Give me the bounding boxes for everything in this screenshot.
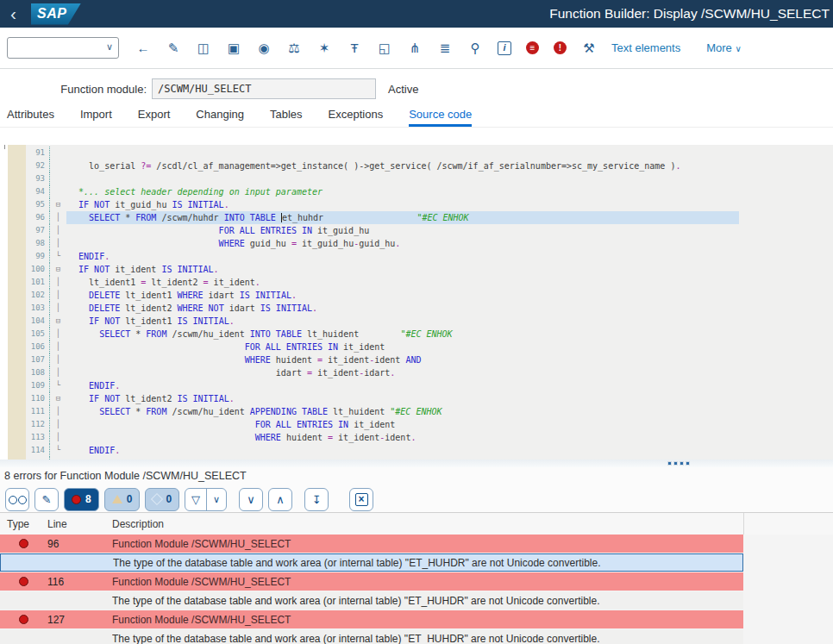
- fold-collapse-icon[interactable]: ⊟: [50, 315, 66, 328]
- chevron-down-icon[interactable]: ∨: [106, 41, 113, 53]
- text-elements-button[interactable]: Text elements: [611, 41, 680, 54]
- code-line-110[interactable]: 110⊟ IF NOT lt_ident2 IS INITIAL.: [0, 392, 833, 405]
- fold-guide: └: [50, 250, 66, 263]
- splitter-grip-icon[interactable]: [668, 462, 689, 465]
- stop-icon[interactable]: ≡: [526, 41, 539, 54]
- code-line-109[interactable]: 109└ ENDIF.: [0, 379, 833, 392]
- command-field[interactable]: ∨: [7, 37, 119, 59]
- code-line-98[interactable]: 98│ WHERE guid_hu = it_guid_hu-guid_hu.: [0, 237, 833, 250]
- code-line-103[interactable]: 103│ DELETE lt_ident2 WHERE NOT idart IS…: [0, 302, 833, 315]
- code-text: ENDIF.: [66, 379, 120, 392]
- errors-filter-button[interactable]: 8: [64, 488, 99, 511]
- error-row[interactable]: 96Function Module /SCWM/HU_SELECT: [0, 535, 743, 553]
- tab-exceptions[interactable]: Exceptions: [329, 108, 384, 127]
- chevron-up-icon: ∧: [276, 493, 285, 506]
- copy-icon[interactable]: ▣: [226, 41, 241, 56]
- horizontal-splitter[interactable]: [0, 460, 833, 467]
- error-table: Type Line Description 96Function Module …: [0, 512, 833, 644]
- tab-import[interactable]: Import: [80, 108, 112, 127]
- tab-tables[interactable]: Tables: [270, 108, 303, 127]
- line-number: 95: [0, 198, 50, 211]
- warning-triangle-icon: [112, 495, 122, 503]
- split-screen-icon[interactable]: ◱: [377, 41, 392, 56]
- edit-button[interactable]: ✎: [34, 488, 59, 511]
- line-number: 98: [0, 237, 50, 250]
- error-row[interactable]: 116Function Module /SCWM/HU_SELECT: [0, 572, 743, 591]
- error-count: 8: [85, 493, 91, 505]
- tab-export[interactable]: Export: [138, 108, 171, 127]
- object-list-icon[interactable]: ⋔: [407, 41, 423, 56]
- fold-guide: │: [50, 289, 66, 302]
- code-line-107[interactable]: 107│ WHERE huident = it_ident-ident AND: [0, 353, 833, 366]
- line-number: 112: [0, 418, 50, 431]
- code-line-101[interactable]: 101│ lt_ident1 = lt_ident2 = it_ident.: [0, 276, 833, 289]
- line-number: 93: [0, 172, 50, 185]
- line-number: 102: [0, 289, 50, 302]
- tab-changing[interactable]: Changing: [196, 108, 244, 127]
- code-line-94[interactable]: 94 *... select header depending on input…: [0, 185, 833, 198]
- back-chevron-icon[interactable]: ‹: [10, 1, 16, 27]
- code-line-97[interactable]: 97│ FOR ALL ENTRIES IN it_guid_hu: [0, 224, 833, 237]
- test-icon[interactable]: ⚖: [286, 41, 302, 56]
- layers-icon[interactable]: ≣: [437, 41, 453, 56]
- code-line-100[interactable]: 100⊟ IF NOT it_ident IS INITIAL.: [0, 263, 833, 276]
- line-number: 104: [0, 315, 50, 328]
- column-header-description[interactable]: Description: [112, 518, 164, 530]
- error-detail-row[interactable]: The type of the database table and work …: [0, 591, 743, 610]
- info-icon[interactable]: i: [498, 41, 511, 55]
- code-line-93[interactable]: 93: [0, 172, 833, 185]
- tab-source-code[interactable]: Source code: [409, 108, 472, 127]
- other-object-icon[interactable]: ◫: [196, 41, 211, 56]
- display-button[interactable]: [5, 488, 29, 511]
- code-line-113[interactable]: 113│ WHERE huident = it_ident-ident.: [0, 431, 833, 444]
- display-change-icon[interactable]: ✎: [166, 41, 181, 56]
- code-line-108[interactable]: 108│ idart = it_ident-idart.: [0, 366, 833, 379]
- abap-source-editor[interactable]: 9192 lo_serial ?= /scdl/cl_af_management…: [0, 145, 833, 460]
- check-icon[interactable]: ◉: [256, 41, 272, 56]
- fold-collapse-icon[interactable]: ⊟: [50, 198, 66, 211]
- error-detail-row[interactable]: The type of the database table and work …: [0, 629, 743, 644]
- key-icon[interactable]: ⚲: [467, 41, 483, 56]
- code-line-102[interactable]: 102│ DELETE lt_ident1 WHERE idart IS INI…: [0, 289, 833, 302]
- fold-collapse-icon[interactable]: ⊟: [50, 392, 66, 405]
- line-number: 97: [0, 224, 50, 237]
- tools-icon[interactable]: ⚒: [581, 41, 597, 56]
- code-line-111[interactable]: 111│ SELECT * FROM /scwm/hu_ident APPEND…: [0, 405, 833, 418]
- filter-chevron-icon[interactable]: ∨: [206, 489, 226, 510]
- next-error-button[interactable]: ∨: [239, 488, 263, 511]
- pattern-icon[interactable]: ✶: [316, 41, 332, 56]
- more-menu-button[interactable]: More ∨: [706, 41, 742, 54]
- function-module-field[interactable]: /SCWM/HU_SELECT: [152, 78, 376, 99]
- tab-attributes[interactable]: Attributes: [7, 108, 54, 127]
- code-text: DELETE lt_ident1 WHERE idart IS INITIAL.: [66, 289, 297, 302]
- line-number: 111: [0, 405, 50, 418]
- code-text: FOR ALL ENTRIES IN it_guid_hu: [66, 224, 369, 237]
- code-line-95[interactable]: 95⊟ IF NOT it_guid_hu IS INITIAL.: [0, 198, 833, 211]
- error-row[interactable]: 127Function Module /SCWM/HU_SELECT: [0, 610, 743, 628]
- code-line-96[interactable]: 96│ SELECT * FROM /scwm/huhdr INTO TABLE…: [0, 211, 833, 224]
- column-header-type[interactable]: Type: [7, 518, 47, 530]
- code-text: SELECT * FROM /scwm/huhdr INTO TABLE et_…: [66, 211, 739, 224]
- pretty-printer-icon[interactable]: Ŧ: [347, 41, 362, 56]
- code-line-106[interactable]: 106│ FOR ALL ENTRIES IN it_ident: [0, 341, 833, 353]
- warnings-filter-button[interactable]: 0: [104, 488, 141, 511]
- filter-split-button[interactable]: ▽ ∨: [185, 488, 227, 511]
- infos-filter-button[interactable]: 0: [145, 488, 179, 511]
- close-panel-button[interactable]: ×: [349, 488, 373, 511]
- fold-collapse-icon[interactable]: ⊟: [50, 263, 66, 276]
- fold-guide: │: [50, 224, 66, 237]
- code-line-104[interactable]: 104⊟ IF NOT lt_ident1 IS INITIAL.: [0, 315, 833, 328]
- pin-button[interactable]: ↧: [304, 488, 329, 511]
- filter-icon[interactable]: ▽: [185, 489, 206, 510]
- code-line-112[interactable]: 112│ FOR ALL ENTRIES IN it_ident: [0, 418, 833, 431]
- code-line-105[interactable]: 105│ SELECT * FROM /scwm/hu_ident INTO T…: [0, 328, 833, 341]
- code-line-114[interactable]: 114└ ENDIF.: [0, 444, 833, 457]
- alarm-icon[interactable]: !: [554, 41, 567, 54]
- code-line-92[interactable]: 92 lo_serial ?= /scdl/cl_af_management=>…: [0, 159, 833, 172]
- code-line-91[interactable]: 91: [0, 147, 833, 159]
- code-line-99[interactable]: 99└ ENDIF.: [0, 250, 833, 263]
- previous-error-button[interactable]: ∧: [268, 488, 292, 511]
- back-icon[interactable]: ←: [135, 41, 151, 56]
- column-header-line[interactable]: Line: [47, 518, 112, 530]
- error-detail-row[interactable]: The type of the database table and work …: [0, 553, 743, 572]
